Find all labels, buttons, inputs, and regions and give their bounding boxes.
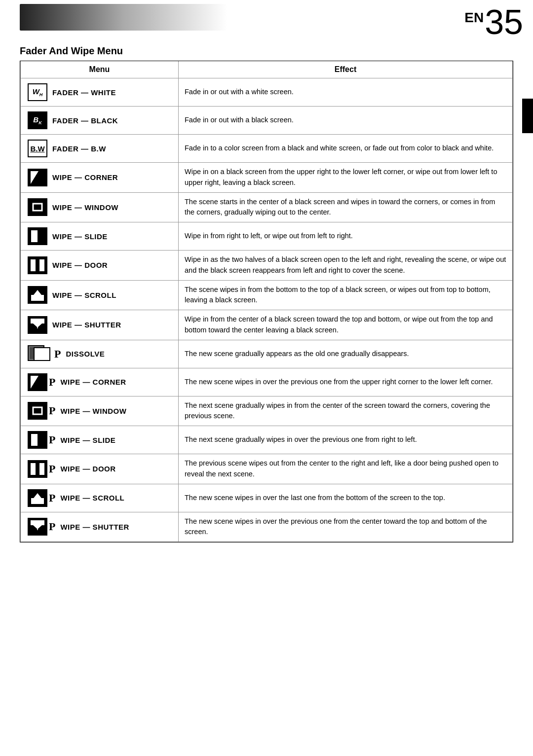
p-wipe-shutter-icon: P [28,518,55,536]
menu-label: FADER — B.W [52,144,106,153]
menu-label: WIPE — WINDOW [52,203,118,212]
svg-rect-20 [31,463,36,475]
svg-rect-10 [31,319,44,324]
table-row: P DISSOLVEThe new scene gradually appear… [21,340,513,368]
wipe-slide-icon [28,227,47,245]
effect-cell: The next scene gradually wipes in over t… [179,426,513,454]
menu-label: WIPE — SLIDE [60,436,115,444]
effect-cell: Fade in or out with a white screen. [179,78,513,107]
menu-cell: WIPE — WINDOW [21,192,179,222]
page-header: EN35 [0,0,533,39]
effect-cell: The scene wipes in from the bottom to th… [179,280,513,310]
effect-cell: The new scene wipes in over the previous… [179,368,513,396]
menu-label: WIPE — CORNER [60,378,126,386]
menu-cell: WIPE — DOOR [21,251,179,281]
menu-cell: BK FADER — BLACK [21,107,179,135]
menu-cell: P WIPE — SCROLL [21,484,179,512]
fader-white-icon: WH [28,83,47,101]
table-row: P WIPE — CORNERThe new scene wipes in ov… [21,368,513,396]
menu-label: WIPE — SHUTTER [52,321,121,329]
svg-marker-0 [31,171,38,184]
svg-rect-2 [31,230,38,242]
effect-cell: Wipe in from the center of a black scree… [179,310,513,340]
menu-label: WIPE — SCROLL [60,494,124,502]
table-row: WIPE — SCROLLThe scene wipes in from the… [21,280,513,310]
p-wipe-slide-icon: P [28,431,55,449]
menu-label: WIPE — SLIDE [52,232,108,241]
effect-cell: The new scene gradually appears as the o… [179,340,513,368]
fader-black-icon: BK [28,111,47,129]
menu-cell: WIPE — SHUTTER [21,310,179,340]
effect-cell: Wipe in as the two halves of a black scr… [179,251,513,281]
wipe-window-icon [28,198,47,216]
svg-rect-21 [39,463,44,475]
table-header-row: Menu Effect [21,61,513,78]
col-header-menu: Menu [21,61,179,78]
table-row: P WIPE — WINDOWThe next scene gradually … [21,396,513,426]
p-dissolve-icon: P [28,345,61,363]
svg-rect-4 [31,259,36,271]
table-row: WIPE — SHUTTERWipe in from the center of… [21,310,513,340]
table-row: WIPE — DOORWipe in as the two halves of … [21,251,513,281]
p-wipe-corner-icon: P [28,373,55,391]
menu-label: FADER — BLACK [52,116,118,125]
menu-cell: WIPE — CORNER [21,163,179,193]
svg-rect-5 [39,259,44,271]
svg-marker-25 [34,493,41,498]
wipe-scroll-icon [28,286,47,304]
effect-cell: Fade in to a color screen from a black a… [179,135,513,163]
table-row: WIPE — CORNERWipe in on a black screen f… [21,163,513,193]
p-wipe-door-icon: P [28,460,55,478]
svg-rect-24 [31,498,44,504]
effect-cell: Wipe in on a black screen from the upper… [179,163,513,193]
menu-cell: P WIPE — CORNER [21,368,179,396]
effect-cell: Fade in or out with a black screen. [179,107,513,135]
svg-rect-17 [33,407,42,414]
menu-label: WIPE — WINDOW [60,407,126,415]
effect-cell: The new scene wipes in over the last one… [179,484,513,512]
menu-label: FADER — WHITE [52,88,116,97]
menu-label: WIPE — DOOR [60,465,115,473]
menu-cell: WIPE — SLIDE [21,222,179,251]
menu-label: WIPE — DOOR [52,261,108,269]
table-row: B.W FADER — B.WFade in to a color screen… [21,135,513,163]
menu-label: WIPE — SHUTTER [60,523,129,531]
black-tab [522,99,533,133]
table-row: WH FADER — WHITEFade in or out with a wh… [21,78,513,107]
svg-marker-19 [38,436,42,444]
wipe-shutter-icon [28,316,47,334]
menu-cell: P WIPE — SLIDE [21,426,179,454]
table-row: P WIPE — SLIDEThe next scene gradually w… [21,426,513,454]
menu-label: WIPE — CORNER [52,173,118,181]
svg-rect-18 [31,434,38,446]
menu-label: WIPE — SCROLL [52,291,116,299]
p-wipe-scroll-icon: P [28,489,55,507]
menu-cell: P WIPE — DOOR [21,454,179,484]
wipe-corner-icon [28,169,47,186]
table-row: WIPE — WINDOWThe scene starts in the cen… [21,192,513,222]
menu-cell: P WIPE — WINDOW [21,396,179,426]
menu-cell: WIPE — SCROLL [21,280,179,310]
svg-rect-8 [31,295,44,301]
menu-cell: WH FADER — WHITE [21,78,179,107]
effect-cell: Wipe in from right to left, or wipe out … [179,222,513,251]
p-wipe-window-icon: P [28,402,55,420]
main-table-container: Menu Effect WH FADER — WHITEFade in or o… [20,61,513,542]
effect-cell: The scene starts in the center of a blac… [179,192,513,222]
menu-label: DISSOLVE [66,350,105,358]
svg-marker-3 [38,232,42,240]
svg-marker-7 [38,263,39,267]
svg-marker-9 [34,290,41,295]
menu-cell: P WIPE — SHUTTER [21,512,179,542]
page-title: Fader And Wipe Menu [0,41,533,61]
wipe-door-icon [28,256,47,274]
menu-cell: P DISSOLVE [21,340,179,368]
table-row: P WIPE — DOORThe previous scene wipes ou… [21,454,513,484]
col-header-effect: Effect [179,61,513,78]
svg-rect-1 [33,204,42,211]
page-number: EN35 [464,5,523,39]
table-row: P WIPE — SHUTTERThe new scene wipes in o… [21,512,513,542]
fader-wipe-table: Menu Effect WH FADER — WHITEFade in or o… [20,61,513,542]
svg-marker-6 [36,263,38,267]
table-row: P WIPE — SCROLLThe new scene wipes in ov… [21,484,513,512]
